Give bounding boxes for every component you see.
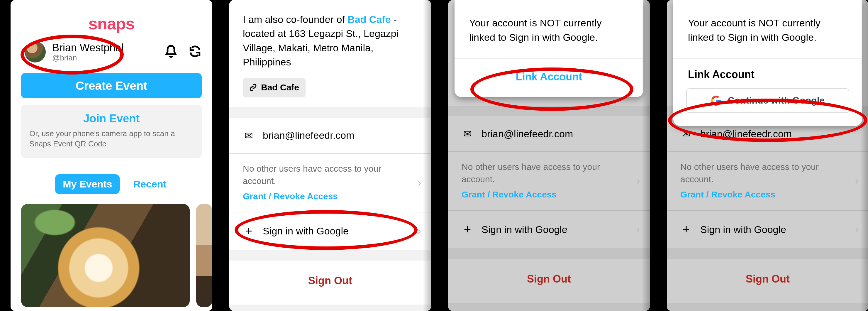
google-signin-row[interactable]: + Sign in with Google › bbox=[448, 211, 650, 248]
brand-logo: snaps bbox=[10, 14, 212, 33]
plus-icon: + bbox=[243, 224, 254, 238]
screen-google-continue: ✉ brian@linefeedr.com No other users hav… bbox=[667, 0, 868, 311]
plus-icon: + bbox=[462, 222, 473, 236]
link-account-title: Link Account bbox=[673, 59, 862, 88]
link-icon bbox=[249, 84, 257, 91]
email-icon: ✉ bbox=[462, 128, 473, 140]
link-account-button[interactable]: Link Account bbox=[455, 59, 643, 97]
separator bbox=[229, 305, 431, 311]
separator bbox=[229, 107, 431, 118]
email-row[interactable]: ✉ brian@linefeedr.com bbox=[448, 116, 650, 151]
bell-icon[interactable] bbox=[164, 45, 178, 59]
event-card[interactable] bbox=[21, 204, 190, 307]
separator bbox=[229, 250, 431, 260]
event-thumbnails bbox=[10, 204, 212, 307]
email-icon: ✉ bbox=[243, 130, 254, 141]
link-account-sheet: Your account is NOT currently linked to … bbox=[455, 0, 643, 97]
access-text: No other users have access to your accou… bbox=[462, 161, 602, 186]
google-button-label: Continue with Google bbox=[728, 95, 825, 106]
access-row[interactable]: No other users have access to your accou… bbox=[229, 154, 431, 212]
event-card-peek[interactable] bbox=[196, 204, 212, 307]
link-account-sheet-expanded: Your account is NOT currently linked to … bbox=[673, 0, 862, 126]
google-signin-row[interactable]: + Sign in with Google › bbox=[667, 211, 868, 248]
join-event-subtitle: Or, use your phone's camera app to scan … bbox=[29, 129, 193, 149]
email-value: brian@linefeedr.com bbox=[482, 128, 573, 140]
bio-block: I am also co-founder of Bad Cafe - locat… bbox=[229, 0, 431, 107]
google-logo-icon bbox=[711, 95, 721, 106]
email-row[interactable]: ✉ brian@linefeedr.com bbox=[229, 118, 431, 153]
google-signin-row[interactable]: + Sign in with Google › bbox=[229, 213, 431, 250]
access-text: No other users have access to your accou… bbox=[680, 161, 821, 186]
access-link[interactable]: Grant / Revoke Access bbox=[680, 190, 855, 199]
google-signin-label: Sign in with Google bbox=[700, 224, 786, 235]
profile-row[interactable]: Brian Westphal @brian bbox=[10, 39, 212, 68]
tab-recent[interactable]: Recent bbox=[132, 174, 167, 194]
profile-handle: @brian bbox=[52, 53, 164, 62]
google-signin-label: Sign in with Google bbox=[263, 225, 349, 237]
email-value: brian@linefeedr.com bbox=[700, 128, 792, 140]
sheet-message: Your account is NOT currently linked to … bbox=[673, 0, 862, 58]
bio-link[interactable]: Bad Cafe bbox=[347, 14, 391, 25]
chevron-right-icon: › bbox=[855, 223, 859, 235]
access-row[interactable]: No other users have access to your accou… bbox=[667, 152, 868, 210]
avatar[interactable] bbox=[25, 41, 46, 62]
google-signin-label: Sign in with Google bbox=[482, 224, 567, 235]
plus-icon: + bbox=[680, 222, 692, 236]
sign-out-button[interactable]: Sign Out bbox=[667, 259, 868, 303]
tab-my-events[interactable]: My Events bbox=[55, 174, 120, 194]
sign-out-button[interactable]: Sign Out bbox=[448, 259, 650, 303]
chevron-right-icon: › bbox=[417, 177, 421, 189]
screen-link-prompt: ✉ brian@linefeedr.com No other users hav… bbox=[448, 0, 650, 311]
create-event-button[interactable]: Create Event bbox=[21, 73, 202, 98]
email-value: brian@linefeedr.com bbox=[263, 130, 354, 141]
screen-settings: I am also co-founder of Bad Cafe - locat… bbox=[229, 0, 431, 311]
sheet-message: Your account is NOT currently linked to … bbox=[455, 0, 643, 58]
join-event-card[interactable]: Join Event Or, use your phone's camera a… bbox=[21, 105, 202, 158]
screen-home: snaps Brian Westphal @brian Create Event… bbox=[10, 0, 212, 311]
chevron-right-icon: › bbox=[636, 223, 640, 235]
profile-text: Brian Westphal @brian bbox=[52, 42, 164, 62]
email-icon: ✉ bbox=[680, 128, 692, 140]
join-event-title: Join Event bbox=[29, 112, 193, 125]
chevron-right-icon: › bbox=[417, 225, 421, 237]
app-header: snaps bbox=[10, 0, 212, 39]
access-text: No other users have access to your accou… bbox=[243, 163, 383, 187]
event-tabs: My Events Recent bbox=[21, 174, 202, 194]
access-row[interactable]: No other users have access to your accou… bbox=[448, 152, 650, 210]
continue-with-google-button[interactable]: Continue with Google bbox=[686, 88, 849, 113]
chevron-right-icon: › bbox=[855, 175, 859, 187]
access-link[interactable]: Grant / Revoke Access bbox=[243, 191, 417, 201]
bad-cafe-chip[interactable]: Bad Cafe bbox=[243, 78, 306, 97]
profile-name: Brian Westphal bbox=[52, 42, 164, 54]
sign-out-button[interactable]: Sign Out bbox=[229, 260, 431, 305]
refresh-icon[interactable] bbox=[188, 45, 202, 59]
chip-label: Bad Cafe bbox=[261, 81, 299, 94]
access-link[interactable]: Grant / Revoke Access bbox=[462, 190, 636, 199]
chevron-right-icon: › bbox=[636, 175, 640, 187]
bio-prefix: I am also co-founder of bbox=[243, 14, 347, 25]
